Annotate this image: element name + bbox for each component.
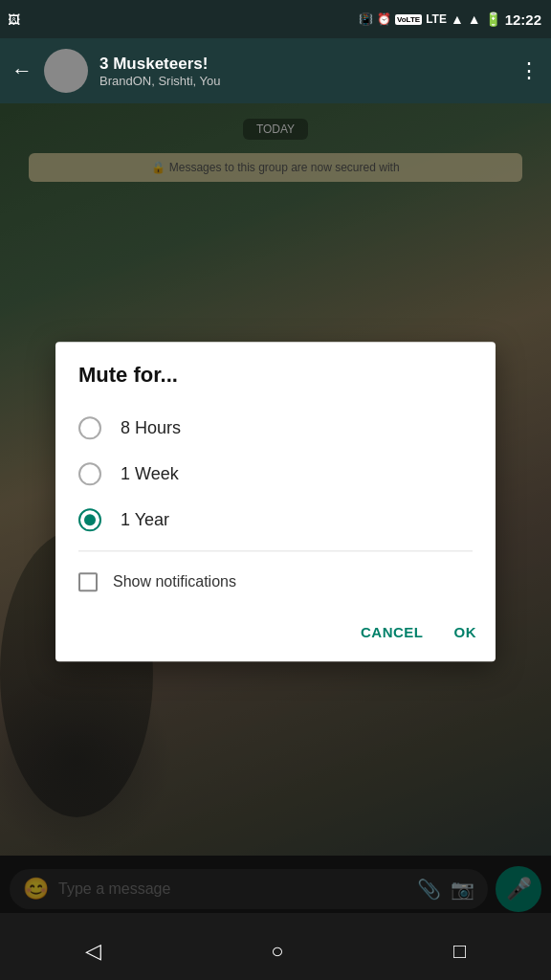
vibrate-icon: 📳 — [359, 12, 373, 26]
radio-1year[interactable] — [78, 508, 101, 531]
option-1year[interactable]: 1 Year — [78, 499, 473, 541]
chat-header: ← 3 Musketeers! BrandON, Srishti, You ⋮ — [0, 38, 551, 103]
nav-bar: ◁ ○ □ — [0, 923, 551, 980]
volte-badge: VoLTE — [395, 14, 422, 25]
alarm-icon: ⏰ — [377, 12, 391, 26]
chat-info[interactable]: 3 Musketeers! BrandON, Srishti, You — [99, 55, 507, 88]
status-time: 12:22 — [505, 11, 541, 28]
status-right: 📳 ⏰ VoLTE LTE ▲ ▲ 🔋 12:22 — [359, 11, 541, 28]
option-1year-label: 1 Year — [121, 510, 169, 530]
back-button[interactable]: ← — [11, 58, 33, 83]
photo-icon: 🖼 — [8, 12, 20, 27]
battery-icon: 🔋 — [485, 11, 501, 27]
signal-icon: ▲ — [451, 11, 464, 27]
ok-button[interactable]: OK — [451, 616, 481, 648]
status-left: 🖼 — [8, 12, 20, 27]
mute-options: 8 Hours 1 Week 1 Year — [78, 407, 473, 541]
option-1week-label: 1 Week — [121, 464, 179, 484]
dialog-actions: CANCEL OK — [55, 607, 496, 661]
lte-icon: LTE — [426, 12, 447, 26]
cancel-button[interactable]: CANCEL — [357, 616, 428, 648]
dialog-divider — [78, 550, 473, 551]
chat-background: TODAY 🔒 Messages to this group are now s… — [0, 103, 551, 913]
option-8hours[interactable]: 8 Hours — [78, 407, 473, 449]
show-notifications-checkbox[interactable] — [78, 572, 98, 591]
option-1week[interactable]: 1 Week — [78, 453, 473, 495]
group-avatar[interactable] — [44, 49, 88, 93]
group-name: 3 Musketeers! — [99, 55, 507, 74]
mute-dialog: Mute for... 8 Hours 1 Week 1 Year — [55, 342, 496, 661]
dialog-title: Mute for... — [78, 363, 473, 388]
show-notifications-row[interactable]: Show notifications — [78, 561, 473, 607]
radio-8hours[interactable] — [78, 416, 101, 439]
group-members: BrandON, Srishti, You — [99, 74, 507, 88]
recents-nav-button[interactable]: □ — [453, 939, 466, 964]
home-nav-button[interactable]: ○ — [271, 939, 283, 964]
radio-1week[interactable] — [78, 462, 101, 485]
signal2-icon: ▲ — [468, 11, 481, 27]
show-notifications-label: Show notifications — [113, 573, 236, 590]
dialog-content: Mute for... 8 Hours 1 Week 1 Year — [55, 342, 496, 607]
status-bar: 🖼 📳 ⏰ VoLTE LTE ▲ ▲ 🔋 12:22 — [0, 0, 551, 38]
back-nav-button[interactable]: ◁ — [85, 939, 101, 964]
more-options-button[interactable]: ⋮ — [518, 58, 540, 83]
option-8hours-label: 8 Hours — [121, 418, 181, 438]
